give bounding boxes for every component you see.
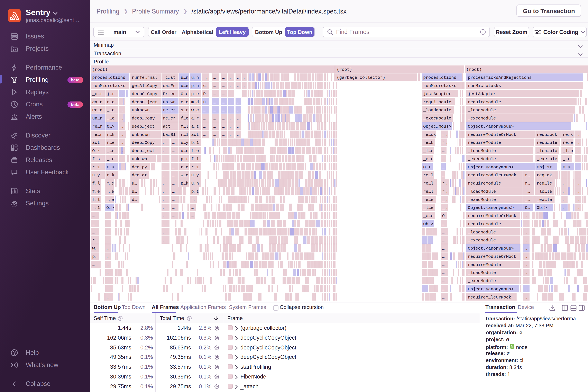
svg-text:…: … — [525, 230, 527, 235]
svg-text:deepC…ject: deepC…ject — [132, 100, 157, 104]
svg-text:f…e: f…e — [92, 189, 100, 194]
svg-text:…: … — [172, 214, 175, 218]
svg-text:…: … — [442, 157, 445, 162]
svg-text:f…l: f…l — [191, 157, 199, 162]
svg-text:_loadModule: _loadModule — [468, 230, 496, 235]
svg-text:f…l: f…l — [181, 124, 188, 129]
svg-text:jestAdapter: jestAdapter — [423, 92, 451, 96]
svg-text:…: … — [107, 222, 109, 226]
svg-text:…: … — [121, 92, 123, 96]
svg-text:u…e: u…e — [181, 84, 188, 88]
svg-text:…: … — [191, 206, 194, 210]
svg-text:O…>: O…> — [107, 124, 114, 129]
svg-text:…: … — [107, 246, 109, 251]
svg-text:…: … — [213, 124, 216, 129]
svg-text:…: … — [230, 84, 232, 88]
svg-text:_…e: _…e — [107, 148, 114, 153]
svg-text:…: … — [121, 108, 123, 112]
svg-text:requireModuleOrMock: requireModuleOrMock — [468, 214, 516, 218]
svg-text:…: … — [577, 206, 579, 210]
svg-text:…: … — [237, 116, 239, 121]
svg-text:…: … — [442, 287, 445, 292]
svg-text:…: … — [577, 173, 579, 178]
svg-text:_…e: _…e — [563, 157, 571, 162]
svg-text:…: … — [92, 262, 95, 267]
svg-text:r…1: r…1 — [92, 206, 100, 210]
svg-text:r…: r… — [525, 173, 530, 178]
svg-text:requireModule: requireModule — [468, 262, 501, 267]
svg-text:Ob…>: Ob…> — [423, 222, 433, 226]
svg-text:…: … — [442, 222, 445, 226]
svg-text:…: … — [203, 132, 206, 137]
svg-text:O…k: O…k — [92, 148, 100, 153]
svg-text:…: … — [107, 279, 109, 283]
svg-text:re…e: re…e — [423, 198, 433, 202]
svg-text:…: … — [172, 148, 175, 153]
svg-text:requireModule: requireModule — [468, 181, 501, 186]
svg-text:…: … — [121, 116, 123, 121]
svg-text:…: … — [163, 198, 165, 202]
svg-text:u…n: u…n — [181, 148, 188, 153]
svg-text:…: … — [163, 148, 165, 153]
svg-text:…: … — [107, 295, 109, 300]
svg-text:p…n: p…n — [191, 84, 199, 88]
svg-text:…: … — [442, 246, 445, 251]
svg-text:un…n: un…n — [92, 116, 102, 121]
svg-text:_loadModule: _loadModule — [468, 189, 496, 194]
svg-text:_…: _… — [442, 206, 447, 210]
svg-text:re…r: re…r — [92, 132, 102, 137]
svg-text:Object.<anonymous>: Object.<anonymous> — [468, 287, 514, 292]
svg-text:r…e: r…e — [107, 140, 114, 145]
svg-text:…: … — [163, 230, 165, 235]
svg-text:ca…n: ca…n — [92, 100, 102, 104]
svg-text:…: … — [442, 165, 445, 170]
svg-text:…: … — [442, 173, 445, 178]
svg-text:…: … — [163, 214, 165, 218]
svg-text:O…>: O…> — [106, 206, 114, 210]
svg-text:O…: O… — [525, 206, 530, 210]
svg-text:…: … — [237, 108, 239, 112]
svg-text:re…e: re…e — [563, 140, 573, 145]
svg-text:_execModule: _execModule — [468, 238, 496, 243]
svg-text:_…: _… — [442, 198, 447, 202]
svg-text:O…: O… — [442, 214, 447, 218]
svg-text:p…k: p…k — [181, 181, 188, 186]
svg-text:…: … — [107, 214, 109, 218]
svg-text:…: … — [525, 238, 527, 243]
svg-text:…: … — [121, 140, 123, 145]
svg-text:…: … — [92, 230, 95, 235]
svg-text:requireModule: requireModule — [468, 222, 501, 226]
svg-text:…: … — [163, 165, 165, 170]
svg-text:…: … — [107, 230, 109, 235]
svg-text:re…k: re…k — [423, 140, 433, 145]
svg-text:…: … — [563, 198, 565, 202]
svg-text:…: … — [172, 157, 175, 162]
svg-text:deepC…Copy: deepC…Copy — [132, 92, 157, 96]
svg-text:…: … — [442, 238, 445, 243]
svg-text:Object.<anonymous>: Object.<anonymous> — [468, 246, 514, 251]
svg-text:…: … — [92, 214, 95, 218]
svg-text:u…: u… — [203, 100, 208, 104]
svg-text:…: … — [203, 108, 206, 112]
svg-text:requ…ock: requ…ock — [537, 132, 557, 137]
svg-text:…: … — [525, 222, 527, 226]
svg-text:e…e: e…e — [181, 100, 188, 104]
svg-text:_execModule: _execModule — [468, 198, 496, 202]
svg-text:getAl…Copy: getAl…Copy — [132, 84, 157, 88]
svg-text:r…: r… — [442, 189, 447, 194]
svg-text:…: … — [163, 222, 165, 226]
svg-text:…: … — [172, 181, 175, 186]
svg-text:deep…ject: deep…ject — [132, 124, 155, 129]
svg-text:…: … — [230, 92, 232, 96]
svg-text:requireModule: requireModule — [468, 100, 501, 104]
svg-text:u…y: u…y — [191, 173, 199, 178]
svg-text:s…r: s…r — [181, 108, 188, 112]
svg-text:…: … — [222, 116, 225, 121]
svg-text:…: … — [525, 270, 527, 275]
svg-text:…: … — [213, 75, 216, 80]
svg-text:…: … — [525, 246, 527, 251]
svg-text:f…s: f…s — [92, 157, 100, 162]
svg-text:unknown: unknown — [132, 108, 150, 112]
svg-text:requ…ule: requ…ule — [537, 140, 557, 145]
svg-text:a…t: a…t — [191, 124, 199, 129]
